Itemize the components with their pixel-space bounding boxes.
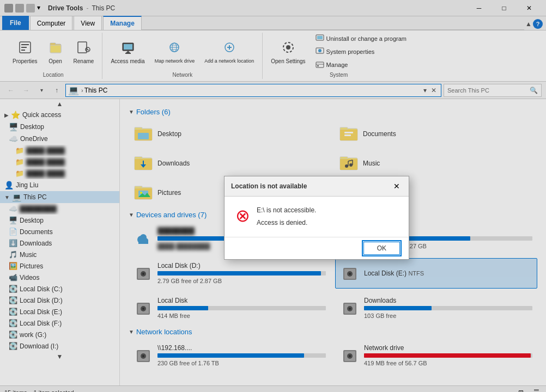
error-icon: ⊗ bbox=[235, 205, 250, 226]
dialog-message: E:\ is not accessible. Access is denied. bbox=[257, 205, 316, 228]
error-dialog: Location is not available ✕ ⊗ E:\ is not… bbox=[224, 176, 409, 260]
dialog-body: ⊗ E:\ is not accessible. Access is denie… bbox=[225, 197, 409, 237]
dialog-close-button[interactable]: ✕ bbox=[391, 181, 402, 192]
dialog-message-line2: Access is denied. bbox=[257, 218, 316, 228]
dialog-title-bar: Location is not available ✕ bbox=[225, 176, 409, 197]
dialog-overlay: Location is not available ✕ ⊗ E:\ is not… bbox=[0, 0, 546, 392]
dialog-message-line1: E:\ is not accessible. bbox=[257, 205, 316, 216]
dialog-footer: OK bbox=[225, 237, 409, 259]
dialog-ok-button[interactable]: OK bbox=[363, 242, 400, 255]
dialog-title: Location is not available bbox=[231, 182, 307, 190]
